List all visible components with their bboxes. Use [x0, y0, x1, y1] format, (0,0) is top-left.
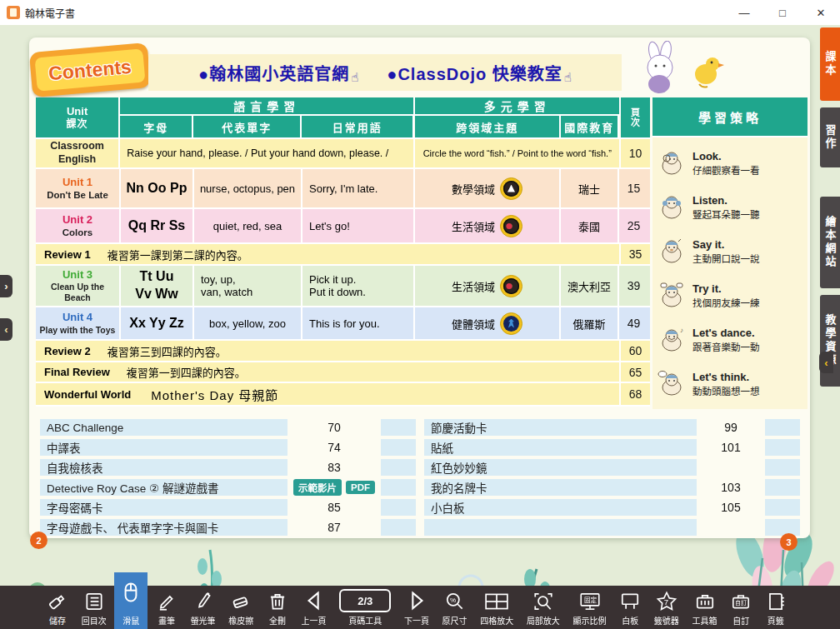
page-number-sticker-left: 2: [30, 532, 48, 549]
sports-app-badge-icon: [500, 312, 522, 335]
toc-row-unit3: Unit 3 Clean Up the Beach Tt Uu Vv Ww to…: [36, 266, 650, 307]
list-item[interactable]: 中譯表 74: [40, 439, 416, 456]
classdojo-link[interactable]: ●ClassDojo 快樂教室 ☝: [387, 61, 572, 85]
list-item-detective[interactable]: Detective Roy Case ② 解謎遊戲書 示範影片 PDF: [40, 479, 416, 496]
toolbox-icon: [694, 591, 716, 612]
toc-row-review2: Review 2 複習第三到四課的內容。 60: [36, 341, 650, 362]
toc-header: Unit 課次 語言學習 字母 代表單字 日常用語 多元學習 跨領域主題 國際教…: [36, 97, 650, 139]
highlighter-tool-button[interactable]: 螢光筆: [186, 588, 221, 629]
bottom-toolbar: 儲存 回目次 滑鼠 畫筆 螢光筆 橡皮擦 全刪 上一頁: [0, 586, 840, 629]
maximize-button[interactable]: □: [763, 0, 802, 25]
toc-row-final-review: Final Review 複習第一到四課的內容。 65: [36, 362, 650, 383]
monitor-fixed-icon: 固定: [578, 591, 602, 612]
list-item[interactable]: 貼紙 101: [424, 439, 800, 456]
toc-list-icon: [83, 591, 105, 612]
previous-page-button[interactable]: 上一頁: [297, 587, 332, 629]
display-ratio-button[interactable]: 固定 顯示比例: [568, 588, 612, 629]
strategy-item-listen: Listen.豎起耳朵聽一聽: [658, 193, 802, 222]
list-item[interactable]: 字母遊戲卡、 代表單字字卡與圖卡 87: [40, 519, 416, 536]
strategy-item-lets-think: Let's think.動動頭腦想一想: [658, 370, 802, 398]
page-indicator[interactable]: 2/3: [339, 589, 391, 612]
whiteboard-button[interactable]: 白板: [614, 588, 646, 629]
toc-row-unit2: Unit 2 Colors Qq Rr Ss quiet, red, sea L…: [36, 209, 650, 244]
sidebar-tab-workbook[interactable]: 習作: [820, 107, 840, 167]
sidebar-tab-textbook[interactable]: 課本: [820, 27, 840, 101]
toc-row-wonderful-world: Wonderful World Mother's Day 母親節 68: [36, 383, 650, 407]
life-cultivate-badge-icon: [500, 215, 522, 237]
delete-all-button[interactable]: 全刪: [262, 588, 293, 629]
demo-video-button[interactable]: 示範影片: [293, 479, 342, 496]
back-to-toc-button[interactable]: 回目次: [77, 588, 112, 629]
original-size-button[interactable]: % 原尺寸: [438, 588, 472, 629]
minimize-button[interactable]: —: [725, 0, 763, 25]
hanlin-english-website-link[interactable]: ●翰林國小英語官網 ☝: [198, 61, 358, 85]
try-it-character-icon: [658, 282, 686, 310]
list-item[interactable]: 小白板 105: [424, 499, 800, 516]
strategy-panel: 學習策略 Look.仔細觀察看一看 Listen.豎起耳朵聽一聽 Say it.…: [652, 97, 808, 409]
bookmark-book-icon: [765, 591, 787, 612]
col-page: 頁 次: [621, 97, 650, 137]
col-language-learning: 語言學習: [120, 97, 415, 116]
list-item[interactable]: 字母密碼卡 85: [40, 499, 416, 516]
area-zoom-icon: [532, 591, 554, 612]
appendix-list-left: ABC Challenge 70 中譯表 74 自我檢核表 83 Detecti…: [40, 419, 416, 536]
dance-character-icon: ♪: [658, 326, 686, 354]
col-unit-en: Unit: [67, 105, 88, 118]
svg-text:♪: ♪: [680, 327, 683, 334]
list-item[interactable]: 我的名牌卡 103: [424, 479, 800, 496]
page-number-tool[interactable]: 2/3 頁碼工具: [334, 587, 396, 629]
toc-table: Unit 課次 語言學習 字母 代表單字 日常用語 多元學習 跨領域主題 國際教…: [36, 97, 650, 407]
toolbox-button[interactable]: 工具箱: [688, 588, 722, 629]
list-item[interactable]: 紅色妙妙鏡: [424, 459, 800, 476]
page-tabs-button[interactable]: 頁籤: [760, 588, 792, 629]
eraser-tool-button[interactable]: 橡皮擦: [223, 588, 258, 629]
next-page-button[interactable]: 下一頁: [399, 587, 434, 629]
close-button[interactable]: ✕: [802, 0, 840, 25]
say-it-character-icon: [658, 237, 686, 266]
contents-badge: Contents: [29, 42, 151, 97]
appendix-lists: ABC Challenge 70 中譯表 74 自我檢核表 83 Detecti…: [40, 419, 800, 536]
number-picker-button[interactable]: 7 籤號器: [649, 588, 684, 629]
header-linkbar: ●翰林國小英語官網 ☝ ●ClassDojo 快樂教室 ☝: [148, 54, 622, 91]
life-cultivate-badge-icon: [500, 275, 522, 297]
pointing-hand-icon: ☝: [564, 70, 572, 85]
svg-text:自訂: 自訂: [735, 599, 747, 607]
toc-row-classroom-english: Classroom English Raise your hand, pleas…: [36, 139, 650, 169]
list-item[interactable]: ABC Challenge 70: [40, 419, 416, 436]
mouse-icon: [119, 581, 142, 604]
listen-character-icon: [658, 193, 686, 222]
grid-icon: [484, 591, 509, 612]
svg-text:固定: 固定: [584, 596, 598, 604]
mascot-characters: [622, 41, 731, 96]
list-item-empty: [424, 519, 800, 536]
partial-zoom-button[interactable]: 局部放大: [522, 588, 565, 629]
toc-row-unit1: Unit 1 Don't Be Late Nn Oo Pp nurse, oct…: [36, 169, 650, 209]
svg-text:%: %: [450, 597, 456, 604]
four-grid-zoom-button[interactable]: 四格放大: [475, 588, 518, 629]
custom-toolbox-button[interactable]: 自訂 自訂: [725, 588, 757, 629]
sidebar-collapse-arrow[interactable]: ‹: [819, 352, 833, 373]
mouse-tool-button[interactable]: 滑鼠: [114, 572, 148, 629]
list-item[interactable]: 自我檢核表 83: [40, 459, 416, 476]
pointing-hand-icon: ☝: [351, 70, 358, 85]
pen-tool-button[interactable]: 畫筆: [151, 588, 182, 629]
strategy-item-look: Look.仔細觀察看一看: [658, 149, 802, 177]
sidebar-tab-picturebook-site[interactable]: 繪本網站: [820, 197, 840, 288]
window-title: 翰林電子書: [25, 6, 75, 20]
col-words: 代表單字: [193, 116, 302, 137]
list-item[interactable]: 節慶活動卡 99: [424, 419, 800, 436]
strategy-title: 學習策略: [652, 97, 808, 137]
left-panel-expand-arrow[interactable]: ›: [0, 275, 12, 297]
eraser-icon: [230, 591, 252, 612]
left-panel-collapse-arrow[interactable]: ‹: [0, 318, 12, 341]
save-button[interactable]: 儲存: [42, 588, 73, 629]
math-app-badge-icon: [500, 177, 522, 200]
think-character-icon: [658, 370, 686, 398]
strategy-item-try-it: Try it.找個朋友練一練: [658, 282, 802, 310]
pencil-icon: [156, 591, 178, 612]
whiteboard-icon: [619, 591, 641, 612]
pdf-button[interactable]: PDF: [346, 481, 375, 494]
previous-page-icon: [302, 589, 326, 612]
strategy-item-say-it: Say it.主動開口說一說: [658, 237, 802, 266]
next-page-icon: [405, 589, 428, 612]
